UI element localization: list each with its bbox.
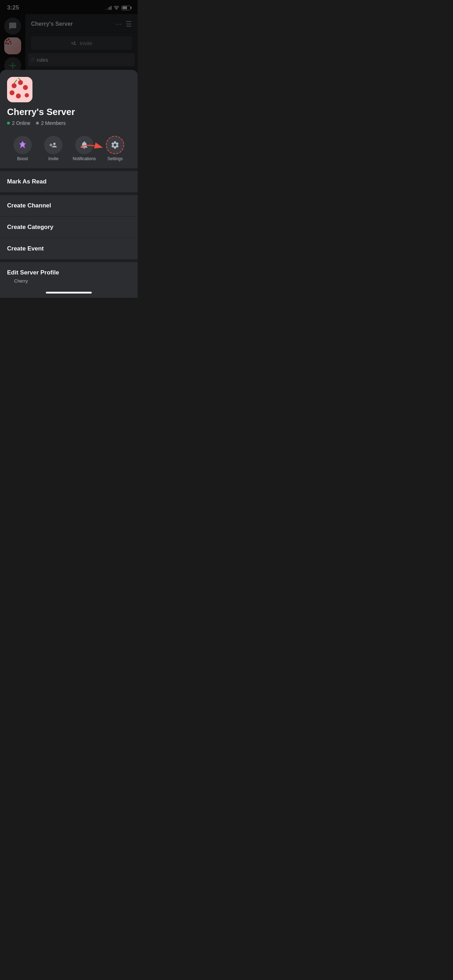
home-bar (46, 292, 92, 294)
server-avatar-image (7, 77, 32, 102)
svg-point-17 (18, 80, 23, 85)
menu-section-2: Create Channel Create Category Create Ev… (0, 195, 138, 259)
svg-point-16 (12, 83, 17, 88)
bottom-sheet: Cherry's Server 2 Online 2 Members (0, 70, 138, 298)
members-dot (36, 122, 39, 124)
notifications-button[interactable]: Notifications (69, 136, 100, 161)
invite-action-button[interactable]: Invite (38, 136, 69, 161)
boost-button[interactable]: Boost (7, 136, 38, 161)
server-avatar (7, 77, 32, 102)
create-channel-label: Create Channel (7, 202, 51, 209)
online-stat: 2 Online (7, 120, 30, 126)
bottom-overlay: Cherry's Server 2 Online 2 Members (0, 0, 138, 298)
menu-section: Mark As Read (0, 171, 138, 192)
edit-server-profile-item[interactable]: Edit Server Profile Cherry (0, 262, 138, 287)
create-category-item[interactable]: Create Category (0, 216, 138, 238)
server-info-section: Cherry's Server 2 Online 2 Members (0, 70, 138, 168)
members-count: 2 Members (41, 120, 66, 126)
svg-point-20 (16, 94, 21, 99)
create-event-label: Create Event (7, 245, 44, 252)
members-stat: 2 Members (36, 120, 66, 126)
boost-label: Boost (17, 156, 28, 161)
boost-icon-container (13, 136, 32, 154)
server-stats: 2 Online 2 Members (7, 120, 130, 126)
create-channel-item[interactable]: Create Channel (0, 195, 138, 216)
svg-point-18 (23, 85, 28, 90)
create-category-label: Create Category (7, 224, 53, 231)
edit-profile-section: Edit Server Profile Cherry (0, 262, 138, 287)
mark-as-read-label: Mark As Read (7, 178, 46, 185)
svg-point-21 (25, 93, 29, 97)
action-buttons: Boost Invite (7, 133, 130, 162)
mark-as-read-item[interactable]: Mark As Read (0, 171, 138, 192)
create-event-item[interactable]: Create Event (0, 238, 138, 259)
notifications-icon-container (75, 136, 94, 154)
profile-sublabel: Cherry (7, 277, 130, 284)
settings-icon-container (106, 136, 124, 154)
home-indicator (0, 287, 138, 298)
invite-action-label: Invite (48, 156, 59, 161)
settings-button[interactable]: Settings (100, 136, 131, 161)
settings-label: Settings (108, 156, 123, 161)
invite-icon-container (44, 136, 62, 154)
online-count: 2 Online (12, 120, 30, 126)
notifications-label: Notifications (73, 156, 95, 161)
online-dot (7, 122, 10, 124)
server-title: Cherry's Server (7, 107, 130, 118)
svg-point-19 (10, 90, 14, 95)
edit-profile-label: Edit Server Profile (7, 269, 59, 276)
